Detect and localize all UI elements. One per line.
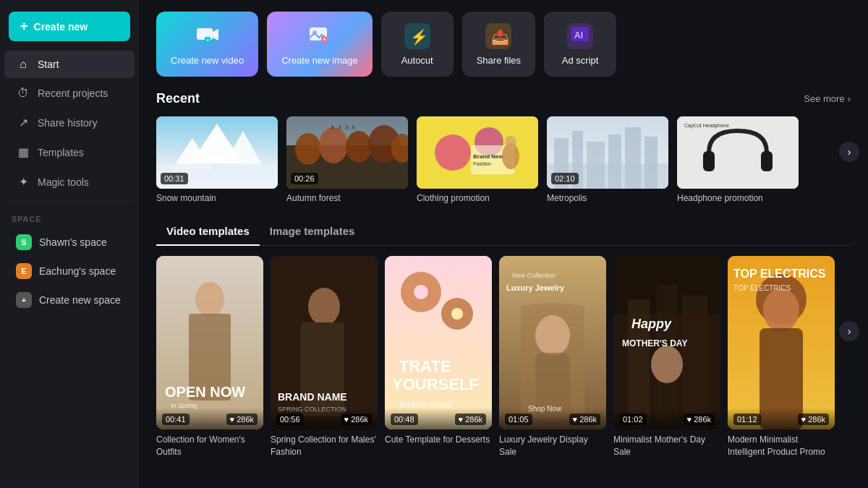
template-card-womens-outfits[interactable]: OPEN NOW In Spring 00:41 ♥ 286k Collecti… bbox=[156, 256, 263, 458]
svg-text:+: + bbox=[323, 36, 326, 43]
template-label: Cute Template for Desserts bbox=[385, 434, 492, 446]
recent-card-autumn-forest[interactable]: ∧ ∧ ∧ ∧ 00:26 Autumn forest bbox=[286, 116, 408, 203]
sidebar-item-create-space[interactable]: + Create new space bbox=[4, 286, 135, 314]
template-thumbnail: New Collection Luxury Jewelry Shop Now 0… bbox=[499, 256, 606, 429]
sidebar-item-share-history[interactable]: ↗ Share history bbox=[4, 108, 135, 137]
tab-image-templates[interactable]: Image templates bbox=[260, 221, 365, 246]
sidebar-item-magic-tools[interactable]: ✦ Magic tools bbox=[4, 168, 135, 196]
recent-card-clothing-promotion[interactable]: Brand New Fashion Clothing promotion bbox=[417, 116, 538, 203]
template-thumbnail: OPEN NOW In Spring 00:41 ♥ 286k bbox=[156, 256, 263, 429]
sidebar-item-templates[interactable]: ▦ Templates bbox=[4, 138, 135, 166]
duration-badge: 00:26 bbox=[291, 173, 318, 184]
autocut-label: Autocut bbox=[401, 55, 433, 66]
template-card-desserts[interactable]: TRATE YOURSELF BRAND NAME 00:48 ♥ 286k C… bbox=[385, 256, 492, 458]
share-icon: ↗ bbox=[16, 116, 30, 129]
ad-script-icon: AI bbox=[567, 23, 593, 49]
template-card-spring-fashion[interactable]: BRAND NAME SPRING COLLECTION 00:56 ♥ 286… bbox=[271, 256, 378, 458]
clock-icon: ⏱ bbox=[16, 87, 30, 100]
main-content: + Create new video + Create new image bbox=[139, 0, 868, 488]
see-more-button[interactable]: See more › bbox=[804, 93, 851, 104]
template-card-luxury-jewelry[interactable]: New Collection Luxury Jewelry Shop Now 0… bbox=[499, 256, 606, 458]
recent-thumbnail: ∧ ∧ ∧ ∧ 00:26 bbox=[286, 116, 408, 189]
share-files-label: Share files bbox=[477, 55, 521, 66]
duration-badge: 01:12 bbox=[733, 414, 761, 425]
templates-section: Video templates Image templates bbox=[139, 215, 868, 470]
recent-item-label: Headphone promotion bbox=[677, 193, 799, 203]
recent-carousel-next-button[interactable]: › bbox=[839, 142, 859, 162]
create-image-card[interactable]: + Create new image bbox=[267, 12, 373, 77]
svg-point-22 bbox=[319, 127, 348, 163]
template-tabs: Video templates Image templates bbox=[156, 221, 851, 246]
svg-text:⚡: ⚡ bbox=[410, 28, 428, 46]
svg-point-68 bbox=[535, 315, 570, 356]
svg-text:Fashion: Fashion bbox=[473, 161, 491, 166]
svg-text:TOP ELECTRICS: TOP ELECTRICS bbox=[733, 267, 826, 280]
svg-point-53 bbox=[308, 288, 340, 325]
templates-carousel-next-button[interactable]: › bbox=[839, 321, 859, 341]
heart-icon: ♥ bbox=[459, 415, 464, 424]
autocut-card[interactable]: ⚡ Autocut bbox=[381, 12, 454, 77]
ad-script-label: Ad script bbox=[562, 55, 599, 66]
sidebar: + Create new ⌂ Start ⏱ Recent projects ↗… bbox=[0, 0, 139, 488]
duration-badge: 00:41 bbox=[162, 414, 190, 425]
svg-text:BRAND NAME: BRAND NAME bbox=[278, 391, 347, 403]
plus-circle-icon: + bbox=[16, 292, 32, 308]
svg-rect-45 bbox=[761, 151, 773, 171]
tab-video-templates[interactable]: Video templates bbox=[156, 221, 260, 246]
template-overlay: 00:56 ♥ 286k bbox=[271, 408, 378, 429]
heart-icon: ♥ bbox=[573, 415, 578, 424]
template-grid: OPEN NOW In Spring 00:41 ♥ 286k Collecti… bbox=[156, 256, 851, 458]
template-card-top-electrics[interactable]: TOP ELECTRICS TOP ELECTRICS 01:12 ♥ 286k… bbox=[728, 256, 835, 458]
recent-card-headphone-promotion[interactable]: CapCut Headphone Headphone promotion bbox=[677, 116, 799, 203]
ad-script-card[interactable]: AI Ad script bbox=[544, 12, 616, 77]
svg-text:MOTHER'S DAY: MOTHER'S DAY bbox=[622, 338, 687, 348]
template-label: Collection for Women's Outfits bbox=[156, 434, 263, 458]
svg-text:📤: 📤 bbox=[491, 28, 509, 46]
recent-card-metropolis[interactable]: 02:10 Metropolis bbox=[547, 116, 668, 203]
svg-text:TOP ELECTRICS: TOP ELECTRICS bbox=[733, 284, 791, 292]
heart-icon: ♥ bbox=[344, 415, 349, 424]
home-icon: ⌂ bbox=[16, 58, 30, 71]
chevron-right-icon: › bbox=[848, 93, 851, 104]
svg-point-81 bbox=[763, 288, 799, 332]
likes-badge: ♥ 286k bbox=[684, 414, 715, 425]
recent-item-label: Snow mountain bbox=[156, 193, 278, 203]
template-label: Spring Collection for Males' Fashion bbox=[271, 434, 378, 458]
likes-badge: ♥ 286k bbox=[798, 414, 829, 425]
sidebar-item-eachung-space[interactable]: E Eachung's space bbox=[4, 257, 135, 285]
template-card-mothers-day[interactable]: Happy MOTHER'S DAY 01:02 ♥ 286k Minimali… bbox=[613, 256, 720, 458]
heart-icon: ♥ bbox=[687, 415, 692, 424]
recent-card-snow-mountain[interactable]: 00:31 Snow mountain bbox=[156, 116, 278, 203]
duration-badge: 02:10 bbox=[551, 173, 579, 184]
create-new-button[interactable]: + Create new bbox=[9, 12, 130, 41]
svg-text:TRATE: TRATE bbox=[399, 357, 451, 375]
likes-badge: ♥ 286k bbox=[569, 414, 600, 425]
sidebar-item-recent-projects[interactable]: ⏱ Recent projects bbox=[4, 80, 135, 107]
avatar: S bbox=[16, 234, 32, 250]
svg-text:AI: AI bbox=[574, 30, 583, 40]
recent-thumbnail: CapCut Headphone bbox=[677, 116, 799, 189]
template-thumbnail: TRATE YOURSELF BRAND NAME 00:48 ♥ 286k bbox=[385, 256, 492, 429]
template-thumbnail: BRAND NAME SPRING COLLECTION 00:56 ♥ 286… bbox=[271, 256, 378, 429]
likes-badge: ♥ 286k bbox=[226, 414, 258, 425]
sidebar-item-shawn-space[interactable]: S Shawn's space bbox=[4, 228, 135, 256]
create-new-label: Create new bbox=[34, 21, 88, 33]
plus-icon: + bbox=[20, 19, 28, 34]
share-files-card[interactable]: 📤 Share files bbox=[462, 12, 535, 77]
template-overlay: 00:41 ♥ 286k bbox=[156, 408, 263, 429]
likes-badge: ♥ 286k bbox=[341, 414, 372, 425]
template-label: Luxury Jewelry Display Sale bbox=[499, 434, 606, 458]
recent-header: Recent See more › bbox=[156, 91, 851, 106]
duration-badge: 00:48 bbox=[391, 414, 418, 425]
svg-point-21 bbox=[295, 133, 321, 165]
template-label: Minimalist Mother's Day Sale bbox=[613, 434, 720, 458]
svg-point-28 bbox=[435, 134, 471, 171]
create-video-card[interactable]: + Create new video bbox=[156, 12, 258, 77]
svg-point-34 bbox=[505, 136, 516, 147]
template-icon: ▦ bbox=[16, 145, 30, 159]
svg-text:CapCut Headphone: CapCut Headphone bbox=[684, 123, 729, 129]
image-icon: + bbox=[307, 23, 333, 49]
sidebar-item-label: Magic tools bbox=[38, 176, 89, 188]
sidebar-item-start[interactable]: ⌂ Start bbox=[4, 51, 135, 78]
svg-point-76 bbox=[651, 346, 683, 383]
